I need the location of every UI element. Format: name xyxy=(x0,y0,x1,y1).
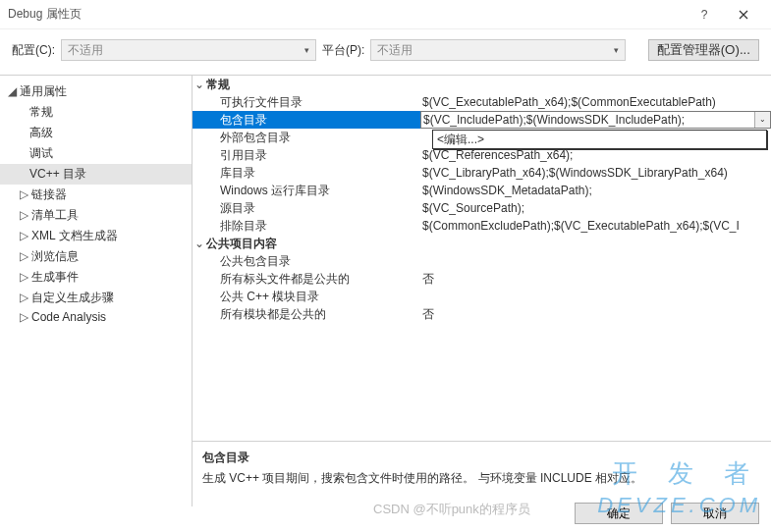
platform-combo[interactable]: 不适用 ▾ xyxy=(370,39,626,61)
title-bar: Debug 属性页 ? xyxy=(0,0,771,29)
tree: ◢通用属性常规高级调试VC++ 目录▷链接器▷清单工具▷XML 文档生成器▷浏览… xyxy=(0,81,192,326)
chevron-down-icon[interactable]: ⌄ xyxy=(754,111,770,129)
property-name: 包含目录 xyxy=(193,111,420,129)
collapse-icon: ◢ xyxy=(6,84,18,98)
tree-item[interactable]: ▷自定义生成步骤 xyxy=(0,288,192,308)
content: ◢通用属性常规高级调试VC++ 目录▷链接器▷清单工具▷XML 文档生成器▷浏览… xyxy=(0,75,771,506)
expand-icon: ▷ xyxy=(18,249,29,263)
edit-dropdown[interactable]: <编辑...> xyxy=(432,130,767,149)
tree-item[interactable]: VC++ 目录 xyxy=(0,164,192,185)
property-value[interactable]: $(VC_IncludePath);$(WindowsSDK_IncludePa… xyxy=(420,111,771,129)
property-value[interactable]: $(WindowsSDK_MetadataPath); xyxy=(420,182,771,199)
tree-item[interactable]: 调试 xyxy=(0,143,192,164)
expand-icon: ▷ xyxy=(18,208,29,222)
toolbar: 配置(C): 不适用 ▾ 平台(P): 不适用 ▾ 配置管理器(O)... xyxy=(0,29,771,75)
config-combo[interactable]: 不适用 ▾ xyxy=(61,39,316,61)
expand-icon: ▷ xyxy=(18,187,29,201)
property-row[interactable]: 库目录$(VC_LibraryPath_x64);$(WindowsSDK_Li… xyxy=(193,164,771,182)
property-row[interactable]: 所有模块都是公共的否 xyxy=(193,305,771,323)
platform-label: 平台(P): xyxy=(322,42,364,59)
expand-icon: ▷ xyxy=(18,310,29,324)
tree-item[interactable]: ▷Code Analysis xyxy=(0,308,192,326)
property-name: 引用目录 xyxy=(193,146,420,164)
tree-item[interactable]: 常规 xyxy=(0,102,192,123)
property-value[interactable] xyxy=(420,288,771,305)
help-button[interactable]: ? xyxy=(685,0,724,29)
property-row[interactable]: 包含目录$(VC_IncludePath);$(WindowsSDK_Inclu… xyxy=(193,111,771,129)
cancel-button[interactable]: 取消 xyxy=(671,503,759,524)
close-icon xyxy=(739,10,748,20)
property-row[interactable]: 可执行文件目录$(VC_ExecutablePath_x64);$(Common… xyxy=(193,93,771,111)
property-row[interactable]: 源目录$(VC_SourcePath); xyxy=(193,199,771,217)
expand-icon: ▷ xyxy=(18,291,29,304)
property-category[interactable]: ⌄公共项目内容 xyxy=(193,235,771,252)
property-value[interactable]: $(VC_ExecutablePath_x64);$(CommonExecuta… xyxy=(420,93,771,111)
collapse-icon: ⌄ xyxy=(194,235,206,252)
property-row[interactable]: 公共 C++ 模块目录 xyxy=(193,288,771,305)
tree-item[interactable]: 高级 xyxy=(0,123,192,143)
config-manager-button[interactable]: 配置管理器(O)... xyxy=(648,39,759,61)
property-name: 所有模块都是公共的 xyxy=(193,305,420,323)
tree-item[interactable]: ▷生成事件 xyxy=(0,267,192,288)
chevron-down-icon: ▾ xyxy=(614,45,619,55)
property-value[interactable]: 否 xyxy=(420,305,771,323)
tree-item[interactable]: ▷XML 文档生成器 xyxy=(0,226,192,246)
property-name: 公共包含目录 xyxy=(193,252,420,270)
description-title: 包含目录 xyxy=(202,450,761,466)
property-value[interactable]: $(VC_LibraryPath_x64);$(WindowsSDK_Libra… xyxy=(420,164,771,182)
tree-item[interactable]: ▷浏览信息 xyxy=(0,246,192,267)
property-value[interactable]: 否 xyxy=(420,270,771,288)
property-row[interactable]: 所有标头文件都是公共的否 xyxy=(193,270,771,288)
dialog-footer: 确定 取消 xyxy=(575,503,759,524)
property-name: 外部包含目录 xyxy=(193,129,420,146)
property-category[interactable]: ⌄常规 xyxy=(193,76,771,93)
property-name: 可执行文件目录 xyxy=(193,93,420,111)
expand-icon: ▷ xyxy=(18,270,29,284)
property-row[interactable]: 排除目录$(CommonExcludePath);$(VC_Executable… xyxy=(193,217,771,235)
property-name: 库目录 xyxy=(193,164,420,182)
property-name: 源目录 xyxy=(193,199,420,217)
description-body: 生成 VC++ 项目期间，搜索包含文件时使用的路径。 与环境变量 INCLUDE… xyxy=(202,470,761,487)
property-name: 排除目录 xyxy=(193,217,420,235)
sidebar: ◢通用属性常规高级调试VC++ 目录▷链接器▷清单工具▷XML 文档生成器▷浏览… xyxy=(0,76,193,506)
property-name: Windows 运行库目录 xyxy=(193,182,420,199)
property-name: 公共 C++ 模块目录 xyxy=(193,288,420,305)
property-row[interactable]: Windows 运行库目录$(WindowsSDK_MetadataPath); xyxy=(193,182,771,199)
tree-item[interactable]: ▷清单工具 xyxy=(0,205,192,226)
property-grid: ⌄常规可执行文件目录$(VC_ExecutablePath_x64);$(Com… xyxy=(193,76,771,442)
expand-icon: ▷ xyxy=(18,229,29,242)
property-value[interactable]: $(VC_SourcePath); xyxy=(420,199,771,217)
main-panel: ⌄常规可执行文件目录$(VC_ExecutablePath_x64);$(Com… xyxy=(193,76,771,506)
property-value[interactable]: $(CommonExcludePath);$(VC_ExecutablePath… xyxy=(420,217,771,235)
property-name: 所有标头文件都是公共的 xyxy=(193,270,420,288)
property-value[interactable] xyxy=(420,252,771,270)
close-button[interactable] xyxy=(724,0,763,29)
tree-root[interactable]: ◢通用属性 xyxy=(0,81,192,102)
collapse-icon: ⌄ xyxy=(194,76,206,93)
description-panel: 包含目录 生成 VC++ 项目期间，搜索包含文件时使用的路径。 与环境变量 IN… xyxy=(193,442,771,506)
ok-button[interactable]: 确定 xyxy=(575,503,663,524)
chevron-down-icon: ▾ xyxy=(304,45,309,55)
property-row[interactable]: 公共包含目录 xyxy=(193,252,771,270)
tree-item[interactable]: ▷链接器 xyxy=(0,185,192,205)
window-title: Debug 属性页 xyxy=(8,6,685,23)
config-label: 配置(C): xyxy=(12,42,55,59)
